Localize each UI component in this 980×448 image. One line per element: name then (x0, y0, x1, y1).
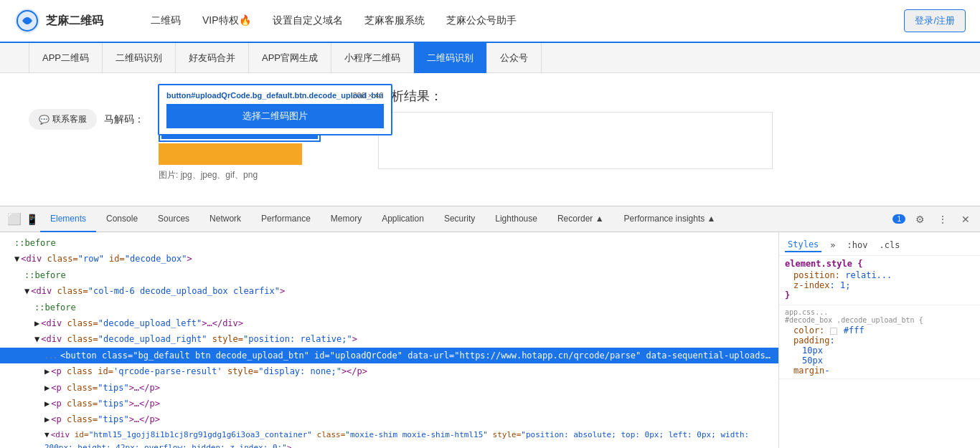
dom-panel: ::before ▼<div class="row" id="decode_bo… (0, 232, 779, 448)
styles-header: Styles » :hov .cls (779, 235, 980, 256)
right-section: 解析结果： (378, 87, 951, 169)
support-button[interactable]: 💬 联系客服 (29, 109, 97, 130)
style-close-brace: } (785, 290, 974, 300)
nav-link-qrcode[interactable]: 二维码 (151, 14, 181, 27)
content-nav-item-5[interactable]: 二维码识别 (414, 43, 487, 73)
content-nav-item-0[interactable]: APP二维码 (29, 43, 103, 73)
devtools-inspect-icon[interactable]: ⬜ (6, 211, 23, 228)
content-nav-item-1[interactable]: 二维码识别 (103, 43, 176, 73)
tab-recorder[interactable]: Recorder ▲ (547, 206, 614, 232)
result-title: 解析结果： (378, 87, 951, 105)
badge: 1 (892, 214, 905, 224)
devtools-device-icon[interactable]: 📱 (23, 211, 40, 228)
top-nav: 芝麻二维码 二维码 VIP特权🔥 设置自定义域名 芝麻客服系统 芝麻公众号助手 … (0, 0, 980, 43)
styles-tab[interactable]: Styles (785, 238, 821, 252)
styles-chevron[interactable]: » (827, 239, 838, 252)
devtools-icons: 1 ⚙ ⋮ ✕ (890, 211, 974, 228)
support-label: 联系客服 (52, 113, 87, 125)
dom-line: ▶<p class="tips">…</p> (0, 411, 778, 427)
logo-icon (14, 8, 40, 34)
close-icon[interactable]: ✕ (957, 211, 974, 228)
tab-sources[interactable]: Sources (148, 206, 199, 232)
result-box (378, 112, 773, 169)
tab-lighthouse[interactable]: Lighthouse (485, 206, 547, 232)
upload-bg-orange (159, 143, 302, 165)
color-swatch (830, 328, 837, 335)
devtools-panel: ⬜ 📱 Elements Console Sources Network Per… (0, 206, 980, 448)
support-icon: 💬 (39, 115, 50, 125)
decode-label: 马解码： (104, 109, 144, 126)
dom-line: ::before (0, 235, 778, 251)
style-prop-padding-10: 10px (785, 345, 974, 356)
tooltip-preview[interactable]: 选择二维码图片 (166, 104, 384, 128)
dom-line: ::before (0, 267, 778, 283)
nav-links: 二维码 VIP特权🔥 设置自定义域名 芝麻客服系统 芝麻公众号助手 (151, 14, 882, 27)
login-button[interactable]: 登录/注册 (904, 9, 966, 32)
logo-text: 芝麻二维码 (46, 14, 103, 29)
main-content: button#uploadQrCode.bg_default.btn.decod… (0, 73, 980, 206)
dom-line-selected[interactable]: ...<button class="bg_default btn decode_… (0, 348, 778, 363)
content-nav-item-3[interactable]: APP官网生成 (249, 43, 331, 73)
settings-icon[interactable]: ⚙ (911, 211, 928, 228)
nav-link-wechat[interactable]: 芝麻公众号助手 (446, 14, 517, 27)
styles-panel: Styles » :hov .cls element.style { posit… (779, 232, 980, 448)
dom-line: ▶<p class="tips">…</p> (0, 380, 778, 396)
style-prop-zindex: z-index: 1; (785, 280, 974, 290)
dom-line: ▶<p class id='qrcode-parse-result' style… (0, 363, 778, 379)
tab-security[interactable]: Security (434, 206, 485, 232)
style-prop-margin: margin- (785, 366, 974, 376)
dom-line: ▼<div class="col-md-6 decode_upload_box … (0, 283, 778, 299)
style-prop-position: position: relati... (785, 270, 974, 280)
logo-area: 芝麻二维码 (14, 8, 129, 34)
tab-network[interactable]: Network (199, 206, 251, 232)
tab-application[interactable]: Application (372, 206, 434, 232)
dom-line: ▼<div id="html15_1gojj8i1b1cj8rg91gdg1g6… (0, 428, 778, 448)
devtools-body: ::before ▼<div class="row" id="decode_bo… (0, 232, 980, 448)
dom-line: ▶<p class="tips">…</p> (0, 396, 778, 411)
nav-link-domain[interactable]: 设置自定义域名 (273, 14, 343, 27)
cls-filter[interactable]: .cls (877, 239, 903, 252)
dom-line: ▼<div class="row" id="decode_box"> (0, 251, 778, 267)
style-block-app: app.css...#decode_box .decode_upload_btn… (779, 305, 980, 379)
content-nav: APP二维码 二维码识别 好友码合并 APP官网生成 小程序二维码 二维码识别 … (0, 43, 980, 73)
style-selector: element.style { (785, 259, 974, 269)
content-nav-item-4[interactable]: 小程序二维码 (331, 43, 414, 73)
dom-line: ::before (0, 300, 778, 315)
tab-console[interactable]: Console (96, 206, 148, 232)
style-prop-padding-50: 50px (785, 356, 974, 366)
style-source-app: app.css...#decode_box .decode_upload_btn… (785, 308, 974, 324)
content-nav-item-2[interactable]: 好友码合并 (176, 43, 249, 73)
dom-line: ▼<div class="decode_upload_right" style=… (0, 331, 778, 347)
more-icon[interactable]: ⋮ (934, 211, 951, 228)
nav-link-service[interactable]: 芝麻客服系统 (364, 14, 425, 27)
style-block-element: element.style { position: relati... z-in… (779, 256, 980, 305)
dom-line: ▶<div class="decode_upload_left">…</div> (0, 315, 778, 331)
tooltip-size: 200 × 42 (352, 91, 383, 100)
tab-perf-insights[interactable]: Performance insights ▲ (614, 206, 726, 232)
tab-memory[interactable]: Memory (321, 206, 372, 232)
upload-tip: 图片: jpg、jpeg、gif、png (159, 169, 258, 181)
style-prop-padding: padding: (785, 335, 974, 345)
style-prop-color: color: #fff (785, 325, 974, 335)
devtools-header: ⬜ 📱 Elements Console Sources Network Per… (0, 206, 980, 232)
tooltip-title: button#uploadQrCode.bg_default.btn.decod… (166, 91, 384, 100)
tooltip-popup: button#uploadQrCode.bg_default.btn.decod… (158, 84, 392, 135)
hover-filter[interactable]: :hov (844, 239, 871, 252)
nav-link-vip[interactable]: VIP特权🔥 (202, 14, 251, 27)
tab-elements[interactable]: Elements (40, 206, 96, 232)
tab-performance[interactable]: Performance (251, 206, 321, 232)
content-nav-item-6[interactable]: 公众号 (487, 43, 542, 73)
